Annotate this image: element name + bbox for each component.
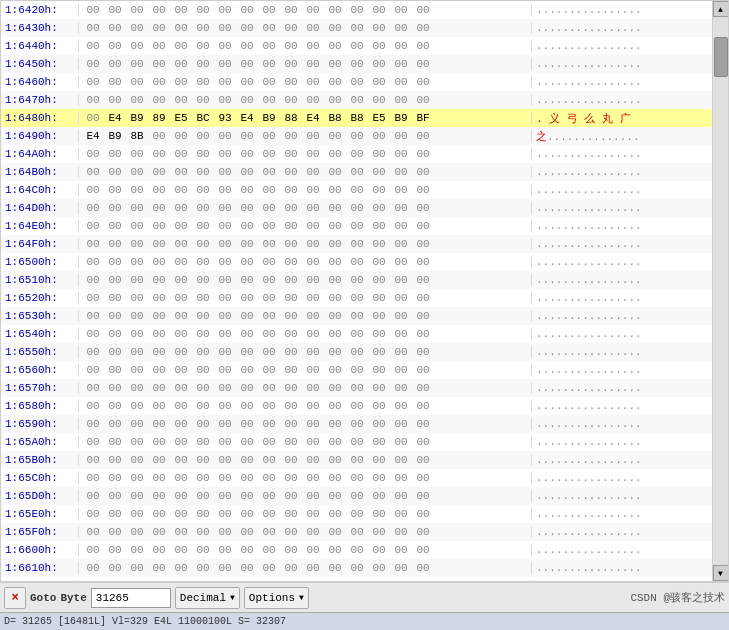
- hex-byte[interactable]: 00: [281, 418, 301, 430]
- hex-byte[interactable]: 00: [281, 130, 301, 142]
- hex-byte[interactable]: 00: [215, 454, 235, 466]
- hex-byte[interactable]: 00: [149, 580, 169, 581]
- hex-byte[interactable]: 00: [83, 310, 103, 322]
- hex-byte[interactable]: 00: [171, 436, 191, 448]
- hex-byte[interactable]: 00: [83, 562, 103, 574]
- hex-byte[interactable]: 00: [127, 238, 147, 250]
- hex-byte[interactable]: 00: [391, 490, 411, 502]
- hex-byte[interactable]: 00: [193, 130, 213, 142]
- hex-byte[interactable]: 00: [413, 436, 433, 448]
- hex-byte[interactable]: 00: [303, 310, 323, 322]
- hex-byte[interactable]: 00: [127, 148, 147, 160]
- hex-byte[interactable]: E5: [369, 112, 389, 124]
- hex-byte[interactable]: 00: [83, 256, 103, 268]
- hex-byte[interactable]: 00: [193, 418, 213, 430]
- hex-byte[interactable]: 00: [259, 436, 279, 448]
- hex-byte[interactable]: 00: [171, 292, 191, 304]
- hex-byte[interactable]: 00: [105, 40, 125, 52]
- hex-byte[interactable]: 00: [391, 148, 411, 160]
- hex-byte[interactable]: 00: [413, 256, 433, 268]
- hex-byte[interactable]: 00: [193, 508, 213, 520]
- hex-byte[interactable]: 00: [149, 310, 169, 322]
- hex-byte[interactable]: 00: [303, 220, 323, 232]
- hex-byte[interactable]: 00: [171, 166, 191, 178]
- hex-byte[interactable]: 89: [149, 112, 169, 124]
- hex-byte[interactable]: 00: [171, 526, 191, 538]
- hex-byte[interactable]: 00: [369, 76, 389, 88]
- hex-byte[interactable]: 00: [237, 292, 257, 304]
- hex-byte[interactable]: 00: [83, 508, 103, 520]
- hex-byte[interactable]: 00: [193, 472, 213, 484]
- hex-byte[interactable]: 00: [171, 130, 191, 142]
- hex-byte[interactable]: B8: [325, 112, 345, 124]
- hex-byte[interactable]: 00: [369, 166, 389, 178]
- hex-byte[interactable]: 00: [171, 580, 191, 581]
- hex-byte[interactable]: 00: [413, 382, 433, 394]
- hex-byte[interactable]: 00: [237, 220, 257, 232]
- hex-byte[interactable]: 00: [193, 436, 213, 448]
- hex-byte[interactable]: 00: [171, 418, 191, 430]
- hex-byte[interactable]: 00: [325, 292, 345, 304]
- hex-byte[interactable]: 00: [105, 526, 125, 538]
- hex-byte[interactable]: 00: [303, 274, 323, 286]
- hex-byte[interactable]: 00: [105, 346, 125, 358]
- hex-byte[interactable]: 00: [391, 4, 411, 16]
- hex-byte[interactable]: E4: [237, 112, 257, 124]
- hex-byte[interactable]: 00: [149, 148, 169, 160]
- hex-byte[interactable]: 00: [105, 544, 125, 556]
- hex-byte[interactable]: 00: [237, 94, 257, 106]
- hex-byte[interactable]: 00: [281, 400, 301, 412]
- hex-byte[interactable]: 00: [281, 256, 301, 268]
- hex-byte[interactable]: 00: [369, 256, 389, 268]
- hex-byte[interactable]: 00: [259, 238, 279, 250]
- hex-byte[interactable]: 00: [215, 328, 235, 340]
- hex-byte[interactable]: 00: [127, 184, 147, 196]
- hex-byte[interactable]: 00: [391, 328, 411, 340]
- hex-byte[interactable]: 00: [325, 418, 345, 430]
- hex-byte[interactable]: 00: [347, 202, 367, 214]
- hex-byte[interactable]: 00: [193, 220, 213, 232]
- hex-byte[interactable]: 00: [303, 166, 323, 178]
- hex-byte[interactable]: 00: [215, 562, 235, 574]
- goto-input[interactable]: [91, 588, 171, 608]
- hex-byte[interactable]: 00: [171, 472, 191, 484]
- hex-byte[interactable]: 00: [215, 544, 235, 556]
- hex-byte[interactable]: 00: [325, 508, 345, 520]
- hex-byte[interactable]: 00: [413, 292, 433, 304]
- hex-byte[interactable]: 00: [127, 256, 147, 268]
- hex-byte[interactable]: 00: [347, 544, 367, 556]
- hex-byte[interactable]: 00: [391, 544, 411, 556]
- hex-byte[interactable]: 00: [149, 418, 169, 430]
- hex-byte[interactable]: 00: [303, 148, 323, 160]
- hex-byte[interactable]: 00: [347, 292, 367, 304]
- hex-byte[interactable]: 00: [369, 346, 389, 358]
- hex-byte[interactable]: 00: [369, 436, 389, 448]
- hex-byte[interactable]: 00: [391, 256, 411, 268]
- hex-byte[interactable]: 00: [281, 184, 301, 196]
- hex-byte[interactable]: 00: [149, 400, 169, 412]
- hex-byte[interactable]: 00: [347, 328, 367, 340]
- hex-byte[interactable]: 00: [281, 166, 301, 178]
- hex-byte[interactable]: 00: [83, 490, 103, 502]
- hex-byte[interactable]: 00: [127, 508, 147, 520]
- hex-byte[interactable]: 00: [281, 382, 301, 394]
- hex-byte[interactable]: 00: [237, 490, 257, 502]
- hex-byte[interactable]: 00: [281, 220, 301, 232]
- hex-byte[interactable]: 00: [215, 238, 235, 250]
- hex-byte[interactable]: 00: [347, 184, 367, 196]
- hex-byte[interactable]: 00: [83, 292, 103, 304]
- hex-byte[interactable]: 00: [369, 454, 389, 466]
- hex-byte[interactable]: 00: [391, 292, 411, 304]
- hex-byte[interactable]: 00: [281, 526, 301, 538]
- hex-byte[interactable]: 00: [127, 94, 147, 106]
- hex-byte[interactable]: 00: [391, 526, 411, 538]
- hex-byte[interactable]: 00: [303, 382, 323, 394]
- hex-byte[interactable]: 00: [259, 580, 279, 581]
- hex-byte[interactable]: 00: [127, 472, 147, 484]
- hex-byte[interactable]: 00: [391, 220, 411, 232]
- hex-byte[interactable]: 00: [303, 472, 323, 484]
- hex-byte[interactable]: 00: [83, 238, 103, 250]
- hex-byte[interactable]: 00: [325, 58, 345, 70]
- hex-byte[interactable]: 00: [347, 166, 367, 178]
- hex-byte[interactable]: 00: [259, 184, 279, 196]
